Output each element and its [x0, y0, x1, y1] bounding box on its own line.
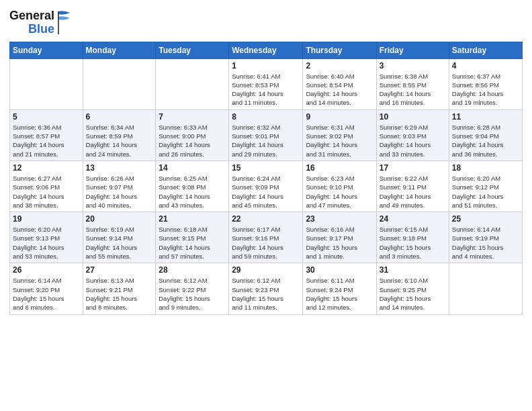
weekday-header-row: SundayMondayTuesdayWednesdayThursdayFrid… [10, 42, 523, 58]
day-number: 10 [380, 112, 446, 122]
day-number: 22 [232, 214, 300, 224]
logo-general: General [9, 9, 54, 23]
day-info: Sunrise: 6:37 AMSunset: 8:56 PMDaylight:… [452, 72, 519, 107]
day-info: Sunrise: 6:34 AMSunset: 8:59 PMDaylight:… [86, 123, 153, 158]
day-number: 3 [380, 61, 446, 71]
weekday-header-tuesday: Tuesday [156, 42, 229, 58]
day-info: Sunrise: 6:29 AMSunset: 9:03 PMDaylight:… [380, 123, 446, 158]
day-number: 29 [232, 265, 300, 275]
week-row-1: 1Sunrise: 6:41 AMSunset: 8:53 PMDaylight… [10, 58, 523, 109]
weekday-header-wednesday: Wednesday [229, 42, 303, 58]
calendar-cell: 3Sunrise: 6:38 AMSunset: 8:55 PMDaylight… [376, 58, 449, 109]
day-number: 14 [159, 163, 226, 173]
day-number: 11 [452, 112, 519, 122]
calendar-cell: 7Sunrise: 6:33 AMSunset: 9:00 PMDaylight… [156, 109, 229, 161]
day-number: 31 [380, 265, 446, 275]
day-number: 5 [13, 112, 80, 122]
day-info: Sunrise: 6:14 AMSunset: 9:20 PMDaylight:… [13, 276, 80, 312]
day-number: 6 [86, 112, 153, 122]
day-number: 15 [232, 163, 300, 173]
calendar-cell: 25Sunrise: 6:14 AMSunset: 9:19 PMDayligh… [449, 212, 522, 263]
day-info: Sunrise: 6:14 AMSunset: 9:19 PMDaylight:… [452, 225, 519, 261]
day-number: 30 [306, 265, 373, 275]
calendar-cell: 26Sunrise: 6:14 AMSunset: 9:20 PMDayligh… [10, 263, 83, 314]
calendar-cell [10, 58, 83, 109]
day-info: Sunrise: 6:12 AMSunset: 9:23 PMDaylight:… [232, 276, 300, 312]
day-number: 16 [306, 163, 373, 173]
weekday-header-friday: Friday [376, 42, 449, 58]
calendar-cell: 21Sunrise: 6:18 AMSunset: 9:15 PMDayligh… [156, 212, 229, 263]
day-number: 20 [86, 214, 153, 224]
week-row-5: 26Sunrise: 6:14 AMSunset: 9:20 PMDayligh… [10, 263, 523, 314]
day-info: Sunrise: 6:32 AMSunset: 9:01 PMDaylight:… [232, 123, 300, 158]
calendar-cell [156, 58, 229, 109]
calendar-cell: 2Sunrise: 6:40 AMSunset: 8:54 PMDaylight… [303, 58, 376, 109]
calendar-cell [449, 263, 522, 314]
day-number: 4 [452, 61, 519, 71]
day-number: 28 [159, 265, 226, 275]
weekday-header-thursday: Thursday [303, 42, 376, 58]
day-info: Sunrise: 6:17 AMSunset: 9:16 PMDaylight:… [232, 225, 300, 261]
calendar-cell: 4Sunrise: 6:37 AMSunset: 8:56 PMDaylight… [449, 58, 522, 109]
day-info: Sunrise: 6:41 AMSunset: 8:53 PMDaylight:… [232, 72, 300, 107]
day-number: 13 [86, 163, 153, 173]
day-info: Sunrise: 6:31 AMSunset: 9:02 PMDaylight:… [306, 123, 373, 158]
calendar-cell: 8Sunrise: 6:32 AMSunset: 9:01 PMDaylight… [229, 109, 303, 161]
day-info: Sunrise: 6:19 AMSunset: 9:14 PMDaylight:… [86, 225, 153, 261]
day-number: 27 [86, 265, 153, 275]
calendar-table: SundayMondayTuesdayWednesdayThursdayFrid… [9, 42, 523, 315]
calendar-cell: 24Sunrise: 6:15 AMSunset: 9:18 PMDayligh… [376, 212, 449, 263]
calendar-cell: 9Sunrise: 6:31 AMSunset: 9:02 PMDaylight… [303, 109, 376, 161]
calendar-cell: 30Sunrise: 6:11 AMSunset: 9:24 PMDayligh… [303, 263, 376, 314]
calendar-cell: 29Sunrise: 6:12 AMSunset: 9:23 PMDayligh… [229, 263, 303, 314]
day-info: Sunrise: 6:22 AMSunset: 9:11 PMDaylight:… [380, 174, 446, 210]
day-info: Sunrise: 6:11 AMSunset: 9:24 PMDaylight:… [306, 276, 373, 312]
weekday-header-monday: Monday [83, 42, 156, 58]
calendar-cell: 18Sunrise: 6:20 AMSunset: 9:12 PMDayligh… [449, 161, 522, 212]
calendar-cell: 31Sunrise: 6:10 AMSunset: 9:25 PMDayligh… [376, 263, 449, 314]
day-number: 12 [13, 163, 80, 173]
day-number: 24 [380, 214, 446, 224]
day-number: 19 [13, 214, 80, 224]
header: General Blue [9, 7, 523, 36]
day-number: 8 [232, 112, 300, 122]
calendar-cell: 1Sunrise: 6:41 AMSunset: 8:53 PMDaylight… [229, 58, 303, 109]
day-info: Sunrise: 6:28 AMSunset: 9:04 PMDaylight:… [452, 123, 519, 158]
day-number: 21 [159, 214, 226, 224]
calendar-cell: 16Sunrise: 6:23 AMSunset: 9:10 PMDayligh… [303, 161, 376, 212]
day-info: Sunrise: 6:25 AMSunset: 9:08 PMDaylight:… [159, 174, 226, 210]
calendar-cell: 5Sunrise: 6:36 AMSunset: 8:57 PMDaylight… [10, 109, 83, 161]
day-number: 25 [452, 214, 519, 224]
day-info: Sunrise: 6:15 AMSunset: 9:18 PMDaylight:… [380, 225, 446, 261]
day-number: 7 [159, 112, 226, 122]
day-info: Sunrise: 6:24 AMSunset: 9:09 PMDaylight:… [232, 174, 300, 210]
day-info: Sunrise: 6:16 AMSunset: 9:17 PMDaylight:… [306, 225, 373, 261]
day-info: Sunrise: 6:33 AMSunset: 9:00 PMDaylight:… [159, 123, 226, 158]
logo-blue: Blue [28, 23, 54, 36]
page: General Blue SundayMondayTuesdayWednesda… [0, 0, 532, 411]
calendar-cell: 10Sunrise: 6:29 AMSunset: 9:03 PMDayligh… [376, 109, 449, 161]
day-info: Sunrise: 6:23 AMSunset: 9:10 PMDaylight:… [306, 174, 373, 210]
day-info: Sunrise: 6:13 AMSunset: 9:21 PMDaylight:… [86, 276, 153, 312]
day-info: Sunrise: 6:38 AMSunset: 8:55 PMDaylight:… [380, 72, 446, 107]
calendar-cell: 6Sunrise: 6:34 AMSunset: 8:59 PMDaylight… [83, 109, 156, 161]
day-info: Sunrise: 6:20 AMSunset: 9:13 PMDaylight:… [13, 225, 80, 261]
calendar-cell: 19Sunrise: 6:20 AMSunset: 9:13 PMDayligh… [10, 212, 83, 263]
day-number: 23 [306, 214, 373, 224]
day-info: Sunrise: 6:20 AMSunset: 9:12 PMDaylight:… [452, 174, 519, 210]
day-info: Sunrise: 6:36 AMSunset: 8:57 PMDaylight:… [13, 123, 80, 158]
week-row-2: 5Sunrise: 6:36 AMSunset: 8:57 PMDaylight… [10, 109, 523, 161]
day-info: Sunrise: 6:27 AMSunset: 9:06 PMDaylight:… [13, 174, 80, 210]
logo: General Blue [9, 9, 71, 36]
day-info: Sunrise: 6:26 AMSunset: 9:07 PMDaylight:… [86, 174, 153, 210]
calendar-cell: 13Sunrise: 6:26 AMSunset: 9:07 PMDayligh… [83, 161, 156, 212]
day-info: Sunrise: 6:18 AMSunset: 9:15 PMDaylight:… [159, 225, 226, 261]
calendar-cell: 15Sunrise: 6:24 AMSunset: 9:09 PMDayligh… [229, 161, 303, 212]
day-number: 1 [232, 61, 300, 71]
calendar-cell: 11Sunrise: 6:28 AMSunset: 9:04 PMDayligh… [449, 109, 522, 161]
calendar-cell: 17Sunrise: 6:22 AMSunset: 9:11 PMDayligh… [376, 161, 449, 212]
week-row-4: 19Sunrise: 6:20 AMSunset: 9:13 PMDayligh… [10, 212, 523, 263]
calendar-cell: 28Sunrise: 6:12 AMSunset: 9:22 PMDayligh… [156, 263, 229, 314]
day-number: 26 [13, 265, 80, 275]
weekday-header-sunday: Sunday [10, 42, 83, 58]
